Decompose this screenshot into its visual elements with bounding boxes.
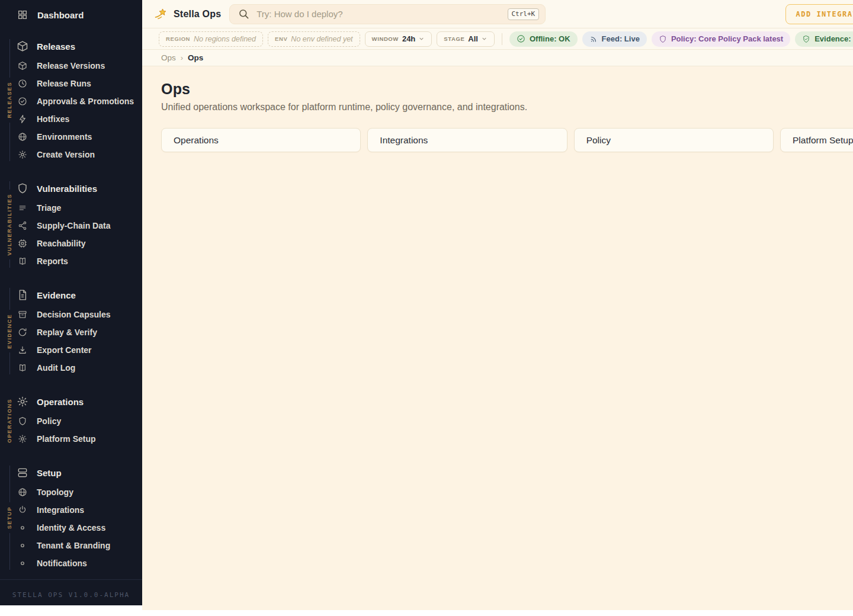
add-integration-button[interactable]: ADD INTEGRATION xyxy=(785,4,853,24)
page-subtitle: Unified operations workspace for platfor… xyxy=(161,102,853,113)
sidebar-item-setup[interactable]: Setup xyxy=(0,462,142,483)
sidebar-item-hotfixes[interactable]: Hotfixes xyxy=(0,110,142,128)
sidebar-item-platform-setup[interactable]: Platform Setup xyxy=(0,430,142,448)
dot-icon xyxy=(17,522,28,534)
env-filter-chip[interactable]: ENV No env defined yet xyxy=(268,31,360,47)
topbar: Stella Ops Ctrl+K ADD INTEGRATION qa-vis… xyxy=(142,0,853,28)
offline-status-badge[interactable]: Offline: OK xyxy=(509,31,578,47)
brand-name: Stella Ops xyxy=(174,9,221,20)
page-title: Ops xyxy=(161,81,853,98)
package-icon xyxy=(17,40,28,52)
sidebar-item-policy[interactable]: Policy xyxy=(0,412,142,430)
shooting-star-logo-icon xyxy=(154,7,168,21)
chevron-down-icon xyxy=(481,36,488,42)
card-integrations[interactable]: Integrations xyxy=(367,128,567,152)
status-filter-bar: REGION No regions defined ENV No env def… xyxy=(142,28,853,50)
dot-icon xyxy=(17,540,28,551)
main-content: Ops Unified operations workspace for pla… xyxy=(142,66,853,610)
sidebar-item-supply-chain-data[interactable]: Supply-Chain Data xyxy=(0,217,142,235)
sidebar-item-label: Dashboard xyxy=(37,10,84,20)
sidebar-item-release-versions[interactable]: Release Versions xyxy=(0,57,142,75)
sidebar-section-setup: SETUP Setup Topology Integrations Identi… xyxy=(0,457,142,579)
lightning-icon xyxy=(17,113,28,125)
global-search[interactable]: Ctrl+K xyxy=(229,4,546,24)
sidebar-item-environments[interactable]: Environments xyxy=(0,128,142,146)
sidebar-section-evidence: EVIDENCE Evidence Decision Capsules Repl… xyxy=(0,280,142,384)
check-circle-icon xyxy=(517,34,525,43)
card-policy[interactable]: Policy xyxy=(574,128,774,152)
sidebar-item-export-center[interactable]: Export Center xyxy=(0,341,142,359)
sidebar-item-releases[interactable]: Releases xyxy=(0,36,142,57)
clock-icon xyxy=(17,78,28,89)
sidebar-item-reachability[interactable]: Reachability xyxy=(0,235,142,252)
globe-icon xyxy=(17,131,28,143)
statusbar-divider xyxy=(502,33,502,45)
sidebar-item-integrations[interactable]: Integrations xyxy=(0,501,142,519)
sidebar-item-approvals-promotions[interactable]: Approvals & Promotions xyxy=(0,92,142,110)
shield-icon xyxy=(17,182,28,194)
sidebar-section-releases: RELEASES Releases Release Versions Relea… xyxy=(0,31,142,171)
book-icon xyxy=(17,255,28,267)
sidebar-item-evidence[interactable]: Evidence xyxy=(0,284,142,306)
policy-status-badge[interactable]: Policy: Core Policy Pack latest xyxy=(652,31,790,47)
shield-icon xyxy=(17,415,28,427)
breadcrumb-item[interactable]: Ops xyxy=(161,53,176,62)
sidebar-item-triage[interactable]: Triage xyxy=(0,199,142,217)
bottom-strip xyxy=(0,610,853,616)
book-icon xyxy=(17,362,28,374)
app-version: STELLA OPS V1.0.0-ALPHA xyxy=(12,591,130,599)
download-icon xyxy=(17,344,28,356)
window-filter-dropdown[interactable]: WINDOW 24h xyxy=(365,31,432,47)
ops-nav-cards: Operations Integrations Policy Platform … xyxy=(161,128,853,152)
sidebar-item-vulnerabilities[interactable]: Vulnerabilities xyxy=(0,178,142,199)
search-input[interactable] xyxy=(256,9,500,19)
breadcrumb-current: Ops xyxy=(188,53,203,62)
feed-status-badge[interactable]: Feed: Live xyxy=(582,31,647,47)
app-window: Dashboard RELEASES Releases Release Vers… xyxy=(0,0,853,610)
sidebar-item-release-runs[interactable]: Release Runs xyxy=(0,75,142,92)
sidebar-item-replay-verify[interactable]: Replay & Verify xyxy=(0,323,142,341)
shield-check-icon xyxy=(802,35,810,43)
sidebar-item-decision-capsules[interactable]: Decision Capsules xyxy=(0,306,142,323)
gear-icon xyxy=(17,149,28,161)
sidebar-footer: STELLA OPS V1.0.0-ALPHA xyxy=(0,579,142,610)
sidebar: Dashboard RELEASES Releases Release Vers… xyxy=(0,0,142,605)
gear-icon xyxy=(17,396,28,408)
dot-icon xyxy=(17,557,28,569)
sidebar-item-create-version[interactable]: Create Version xyxy=(0,146,142,163)
layers-icon xyxy=(17,467,28,479)
refresh-icon xyxy=(17,326,28,338)
sidebar-item-notifications[interactable]: Notifications xyxy=(0,554,142,572)
evidence-status-badge[interactable]: Evidence: ON xyxy=(795,31,853,47)
content-area: Stella Ops Ctrl+K ADD INTEGRATION qa-vis… xyxy=(142,0,853,610)
sidebar-item-reports[interactable]: Reports xyxy=(0,252,142,270)
archive-icon xyxy=(17,309,28,320)
brand[interactable]: Stella Ops xyxy=(154,7,221,21)
globe-icon xyxy=(17,486,28,498)
breadcrumb: Ops › Ops xyxy=(142,50,853,66)
power-icon xyxy=(17,504,28,516)
sidebar-item-operations[interactable]: Operations xyxy=(0,391,142,412)
stage-filter-dropdown[interactable]: STAGE All xyxy=(437,31,495,47)
sidebar-item-identity-access[interactable]: Identity & Access xyxy=(0,519,142,537)
sidebar-section-vulnerabilities: VULNERABILITIES Vulnerabilities Triage S… xyxy=(0,173,142,277)
sidebar-item-tenant-branding[interactable]: Tenant & Branding xyxy=(0,537,142,554)
chevron-down-icon xyxy=(418,36,425,42)
gear-icon xyxy=(17,433,28,445)
grid-icon xyxy=(17,9,28,21)
sidebar-section-operations: OPERATIONS Operations Policy Platform Se… xyxy=(0,386,142,455)
feed-icon xyxy=(589,35,598,43)
sidebar-item-dashboard[interactable]: Dashboard xyxy=(0,0,142,28)
sidebar-item-topology[interactable]: Topology xyxy=(0,483,142,501)
list-icon xyxy=(17,202,28,214)
region-filter-chip[interactable]: REGION No regions defined xyxy=(159,31,263,47)
sidebar-item-audit-log[interactable]: Audit Log xyxy=(0,359,142,377)
keyboard-shortcut-badge: Ctrl+K xyxy=(508,8,540,20)
document-icon xyxy=(17,289,28,301)
cpu-icon xyxy=(17,238,28,249)
package-icon xyxy=(17,60,28,72)
card-platform-setup[interactable]: Platform Setup xyxy=(780,128,853,152)
card-operations[interactable]: Operations xyxy=(161,128,361,152)
share-nodes-icon xyxy=(17,220,28,232)
check-circle-icon xyxy=(17,95,28,107)
